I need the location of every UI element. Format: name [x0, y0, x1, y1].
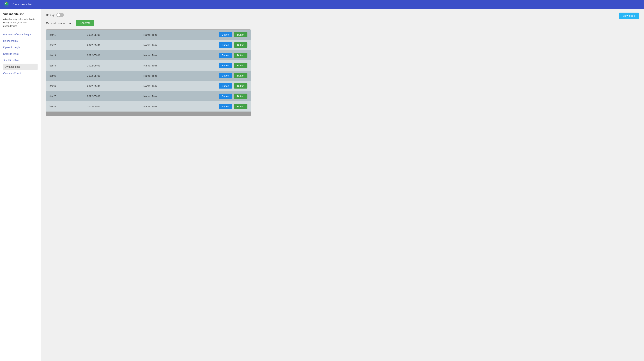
table-row-partial: [46, 111, 251, 116]
row-actions: Button Button: [219, 42, 248, 48]
sidebar-item-scroll-to-offset[interactable]: Scroll to offset: [3, 57, 38, 63]
debug-toggle-thumb: [57, 13, 60, 16]
sidebar-item-overscan-count[interactable]: OverscanCount: [3, 70, 38, 76]
table-row: item4 2022-05-01 Name: Tom Button Button: [46, 60, 251, 71]
debug-toggle-track: [56, 13, 64, 17]
sidebar-link-elements-of-equal-height[interactable]: Elements of equal height: [3, 33, 31, 36]
row-blue-button[interactable]: Button: [219, 42, 232, 48]
sidebar-nav: Elements of equal height Horizontal list…: [3, 31, 38, 76]
row-item-name: item2: [50, 44, 87, 46]
table-row: item3 2022-05-01 Name: Tom Button Button: [46, 50, 251, 60]
infinite-list: item1 2022-05-01 Name: Tom Button Button…: [46, 29, 251, 116]
table-row: item5 2022-05-01 Name: Tom Button Button: [46, 71, 251, 81]
row-green-button[interactable]: Button: [234, 63, 248, 68]
row-date: 2022-05-01: [87, 54, 144, 57]
sidebar-link-overscan-count[interactable]: OverscanCount: [3, 72, 21, 75]
row-actions: Button Button: [219, 32, 248, 37]
row-actions: Button Button: [219, 94, 248, 99]
debug-row: Debug:: [46, 13, 639, 17]
table-row: item8 2022-05-01 Name: Tom Button Button: [46, 101, 251, 111]
topbar-title: Vue infinite list: [12, 2, 32, 6]
row-blue-button[interactable]: Button: [219, 104, 232, 109]
sidebar-link-scroll-to-index[interactable]: Scroll to index: [3, 52, 19, 55]
row-actions: Button Button: [219, 83, 248, 88]
debug-toggle[interactable]: [56, 13, 64, 17]
row-item-name: item1: [50, 33, 87, 36]
row-green-button[interactable]: Button: [234, 53, 248, 58]
generate-label: Generate random data:: [46, 21, 74, 24]
row-name-label: Name: Tom: [144, 95, 219, 98]
sidebar-item-elements-of-equal-height[interactable]: Elements of equal height: [3, 31, 38, 38]
row-name-label: Name: Tom: [144, 54, 219, 57]
row-date: 2022-05-01: [87, 64, 144, 67]
row-date: 2022-05-01: [87, 95, 144, 98]
row-date: 2022-05-01: [87, 33, 144, 36]
row-blue-button[interactable]: Button: [219, 73, 232, 78]
row-name-label: Name: Tom: [144, 33, 219, 36]
row-blue-button[interactable]: Button: [219, 83, 232, 88]
sidebar-link-horizontal-list[interactable]: Horizontal list: [3, 39, 18, 42]
table-row: item7 2022-05-01 Name: Tom Button Button: [46, 91, 251, 101]
sidebar-item-horizontal-list[interactable]: Horizontal list: [3, 38, 38, 44]
row-green-button[interactable]: Button: [234, 42, 248, 48]
table-row: item1 2022-05-01 Name: Tom Button Button: [46, 30, 251, 40]
sidebar: Vue infinite list A tiny but mighty list…: [0, 9, 41, 361]
row-blue-button[interactable]: Button: [219, 53, 232, 58]
row-name-label: Name: Tom: [144, 44, 219, 46]
row-item-name: item5: [50, 74, 87, 77]
row-actions: Button Button: [219, 53, 248, 58]
row-green-button[interactable]: Button: [234, 94, 248, 99]
row-green-button[interactable]: Button: [234, 104, 248, 109]
sidebar-link-dynamic-height[interactable]: Dynamic height: [3, 46, 21, 49]
view-code-button[interactable]: view code: [619, 12, 639, 19]
row-item-name: item7: [50, 95, 87, 98]
app-logo-icon: [3, 1, 10, 7]
row-green-button[interactable]: Button: [234, 73, 248, 78]
sidebar-app-title: Vue infinite list: [3, 12, 38, 16]
row-actions: Button Button: [219, 63, 248, 68]
topbar: Vue infinite list: [0, 0, 644, 9]
row-date: 2022-05-01: [87, 44, 144, 46]
row-date: 2022-05-01: [87, 74, 144, 77]
main-content: view code Debug: Generate random data: G…: [41, 9, 644, 361]
row-blue-button[interactable]: Button: [219, 94, 232, 99]
row-green-button[interactable]: Button: [234, 32, 248, 37]
table-row: item2 2022-05-01 Name: Tom Button Button: [46, 40, 251, 50]
debug-label: Debug:: [46, 13, 54, 16]
sidebar-description: A tiny but mighty list virtualization li…: [3, 17, 38, 28]
row-item-name: item6: [50, 85, 87, 87]
row-name-label: Name: Tom: [144, 105, 219, 108]
row-name-label: Name: Tom: [144, 85, 219, 87]
row-blue-button[interactable]: Button: [219, 32, 232, 37]
generate-row: Generate random data: Generate: [46, 20, 639, 26]
sidebar-item-dynamic-data[interactable]: Dynamic data: [3, 63, 38, 70]
row-actions: Button Button: [219, 73, 248, 78]
sidebar-link-scroll-to-offset[interactable]: Scroll to offset: [3, 59, 19, 62]
sidebar-item-dynamic-height[interactable]: Dynamic height: [3, 44, 38, 51]
row-date: 2022-05-01: [87, 105, 144, 108]
row-item-name: item8: [50, 105, 87, 108]
generate-button[interactable]: Generate: [76, 20, 94, 26]
row-name-label: Name: Tom: [144, 74, 219, 77]
row-blue-button[interactable]: Button: [219, 63, 232, 68]
table-row: item6 2022-05-01 Name: Tom Button Button: [46, 81, 251, 91]
row-date: 2022-05-01: [87, 85, 144, 87]
sidebar-item-scroll-to-index[interactable]: Scroll to index: [3, 51, 38, 57]
row-item-name: item3: [50, 54, 87, 57]
row-green-button[interactable]: Button: [234, 83, 248, 88]
sidebar-link-dynamic-data[interactable]: Dynamic data: [5, 65, 20, 68]
row-actions: Button Button: [219, 104, 248, 109]
row-name-label: Name: Tom: [144, 64, 219, 67]
row-item-name: item4: [50, 64, 87, 67]
